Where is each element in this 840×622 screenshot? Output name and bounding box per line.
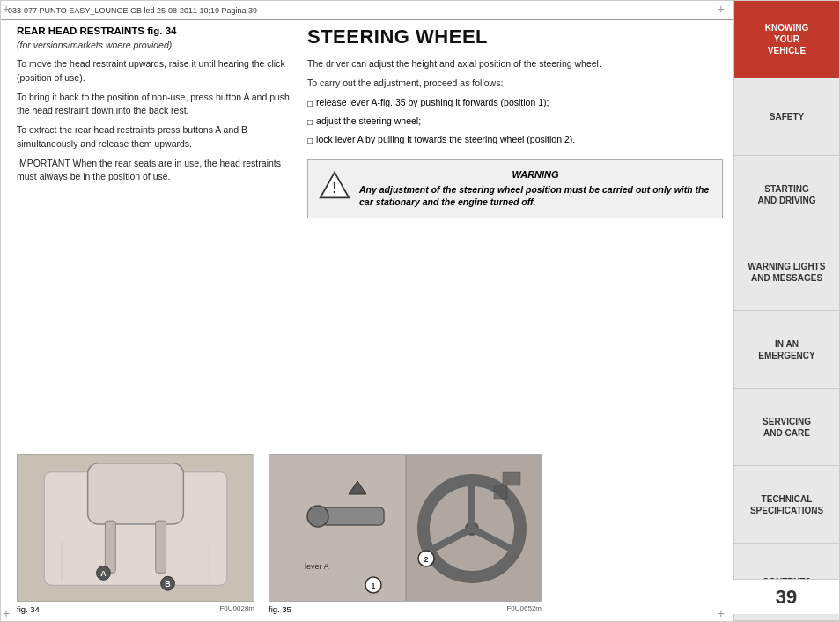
checkbox-icon-3: □: [307, 134, 313, 147]
step-2: □ adjust the steering wheel;: [307, 115, 723, 129]
sidebar-item-warning-lights-label: WARNING LIGHTSAND MESSAGES: [748, 261, 826, 284]
steering-illustration: lever A 2 1: [269, 455, 542, 602]
svg-rect-6: [156, 521, 166, 573]
page-number: 39: [733, 579, 839, 614]
fig-35-code: F0U0652m: [506, 604, 542, 614]
svg-text:B: B: [165, 580, 170, 589]
steering-instruction: To carry out the adjustment, proceed as …: [307, 77, 723, 91]
sidebar-item-starting-label: STARTINGAND DRIVING: [757, 183, 815, 206]
sidebar-item-safety-label: SAFETY: [770, 111, 804, 122]
svg-text:2: 2: [424, 555, 428, 564]
step-3: □ lock lever A by pulling it towards the…: [307, 133, 723, 147]
sidebar: KNOWINGYOURVEHICLE SAFETY STARTINGAND DR…: [733, 1, 839, 621]
svg-text:A: A: [100, 569, 107, 578]
warning-triangle-icon: !: [319, 169, 350, 201]
sidebar-item-technical[interactable]: TECHNICALSPECIFICATIONS: [734, 466, 839, 544]
svg-text:1: 1: [371, 581, 375, 590]
svg-point-18: [307, 506, 328, 527]
figures-area: A B fig. 34 F0U0028m: [17, 454, 723, 614]
fig-34-code: F0U0028m: [219, 604, 254, 614]
sidebar-item-emergency[interactable]: IN ANEMERGENCY: [734, 311, 839, 389]
svg-rect-14: [269, 455, 406, 602]
left-para-1: To move the head restraint upwards, rais…: [17, 57, 290, 85]
step-3-text: lock lever A by pulling it towards the s…: [316, 133, 575, 147]
svg-rect-17: [322, 507, 384, 525]
checkbox-icon-2: □: [307, 115, 313, 129]
figure-35-label: fig. 35 F0U0652m: [269, 604, 542, 614]
sidebar-item-knowing[interactable]: KNOWINGYOURVEHICLE: [734, 1, 839, 78]
checkbox-icon-1: □: [307, 97, 313, 110]
sidebar-item-emergency-label: IN ANEMERGENCY: [758, 338, 814, 361]
svg-text:lever A: lever A: [305, 562, 329, 571]
figure-34-label: fig. 34 F0U0028m: [17, 604, 254, 614]
warning-title: WARNING: [359, 169, 711, 180]
fig-35-text: fig. 35: [269, 604, 291, 614]
sidebar-item-safety[interactable]: SAFETY: [734, 78, 839, 156]
figure-35-container: lever A 2 1: [269, 454, 542, 614]
warning-box: ! WARNING Any adjustment of the steering…: [307, 159, 723, 218]
steering-title: STEERING WHEEL: [307, 26, 723, 48]
figure-35-image: lever A 2 1: [269, 454, 542, 602]
sidebar-item-servicing[interactable]: SERVICINGAND CARE: [734, 389, 839, 466]
warning-content: WARNING Any adjustment of the steering w…: [359, 169, 711, 209]
fig-34-text: fig. 34: [17, 604, 40, 614]
svg-rect-5: [105, 521, 115, 573]
sidebar-item-warning-lights[interactable]: WARNING LIGHTSAND MESSAGES: [734, 233, 839, 311]
step-1-text: release lever A-fig. 35 by pushing it fo…: [316, 96, 549, 110]
left-section-title: REAR HEAD RESTRAINTS fig. 34: [17, 26, 290, 36]
warning-text: Any adjustment of the steering wheel pos…: [359, 183, 711, 209]
step-2-text: adjust the steering wheel;: [316, 115, 421, 129]
sidebar-item-knowing-label: KNOWINGYOURVEHICLE: [765, 22, 808, 56]
main-content: REAR HEAD RESTRAINTS fig. 34 (for versio…: [1, 1, 733, 621]
sidebar-item-servicing-label: SERVICINGAND CARE: [763, 416, 811, 439]
left-section-subtitle: (for versions/markets where provided): [17, 40, 290, 50]
right-column: STEERING WHEEL The driver can adjust the…: [307, 26, 723, 443]
svg-text:!: !: [332, 180, 336, 196]
left-column: REAR HEAD RESTRAINTS fig. 34 (for versio…: [17, 26, 290, 443]
figure-34-container: A B fig. 34 F0U0028m: [17, 454, 254, 614]
left-para-2: To bring it back to the position of non-…: [17, 91, 290, 119]
page-number-text: 39: [776, 586, 797, 609]
sidebar-item-technical-label: TECHNICALSPECIFICATIONS: [750, 493, 823, 516]
left-para-4: IMPORTANT When the rear seats are in use…: [17, 157, 290, 185]
left-para-3: To extract the rear head restraints pres…: [17, 123, 290, 152]
step-1: □ release lever A-fig. 35 by pushing it …: [307, 96, 723, 110]
figure-34-image: A B: [17, 454, 254, 602]
headrest-illustration: A B: [18, 455, 254, 601]
steering-intro: The driver can adjust the height and axi…: [307, 57, 723, 71]
sidebar-item-starting[interactable]: STARTINGAND DRIVING: [734, 156, 839, 233]
svg-rect-4: [88, 463, 184, 524]
